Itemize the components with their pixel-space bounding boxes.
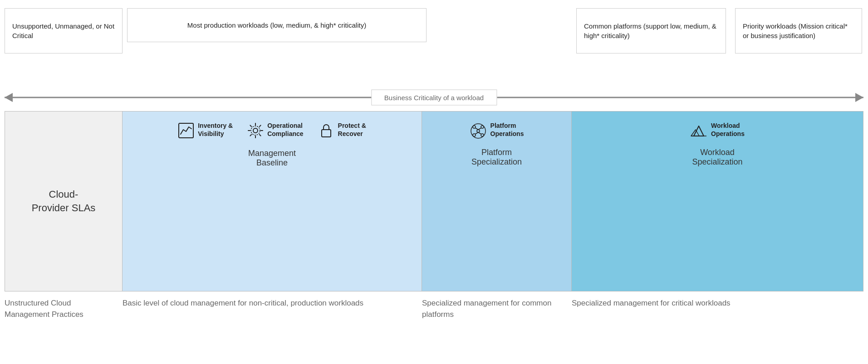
chart-icon [178,122,194,141]
inventory-label: Inventory &Visibility [198,121,233,138]
svg-marker-14 [694,126,704,136]
svg-rect-3 [322,130,331,137]
col-4: WorkloadOperations WorkloadSpecializatio… [572,111,863,364]
top-section: Unsupported, Unmanaged, or Not Critical … [0,0,868,84]
main-and-bottom: Cloud-Provider SLAs Unstructured Cloud M… [0,111,868,364]
col-2-icons-row: Inventory &Visibility OperationalComplia… [123,112,422,145]
arrow-left-head [5,93,13,102]
lock-icon [318,122,334,141]
top-box-1-text: Unsupported, Unmanaged, or Not Critical [12,21,115,40]
workload-ops-label: WorkloadOperations [711,121,745,138]
col-4-subtitle-text: WorkloadSpecialization [692,148,742,166]
top-box-4: Priority workloads (Mission critical* or… [735,8,862,53]
col-3-bottom-text: Specialized management for common platfo… [422,299,551,319]
col-1-title: Cloud-Provider SLAs [32,188,96,214]
protect-recover-item: Protect &Recover [318,121,366,141]
col-2-bottom: Basic level of cloud management for non-… [123,291,422,364]
svg-line-11 [478,128,481,130]
svg-point-2 [251,126,260,135]
platform-ops-label: PlatformOperations [490,121,524,138]
svg-line-10 [475,128,478,130]
arrow-label-box: Business Criticality of a workload [371,90,497,106]
workload-ops-icon [690,122,707,141]
col-1-bottom: Unstructured Cloud Management Practices [5,291,123,364]
top-box-1: Unsupported, Unmanaged, or Not Critical [5,8,123,53]
col-4-upper: WorkloadOperations WorkloadSpecializatio… [572,111,863,291]
top-box-4-text: Priority workloads (Mission critical* or… [743,21,854,40]
col-1-upper: Cloud-Provider SLAs [5,111,123,291]
col-4-subtitle: WorkloadSpecialization [687,146,747,174]
col-3-subtitle-text: PlatformSpecialization [471,148,522,166]
col-4-bottom-text: Specialized management for critical work… [572,299,731,307]
svg-point-5 [477,130,480,132]
arrow-label: Business Criticality of a workload [384,94,484,102]
platform-ops-icon [470,122,487,141]
col-3: PlatformOperations PlatformSpecializatio… [422,111,572,364]
gear-icon [247,122,264,141]
col-3-bottom: Specialized management for common platfo… [422,291,572,364]
operational-compliance-item: OperationalCompliance [247,121,303,141]
top-box-3-text: Common platforms (support low, medium, &… [584,21,718,40]
svg-point-1 [253,128,258,133]
col-2-subtitle-text: ManagementBaseline [248,149,296,167]
svg-line-12 [475,132,478,134]
col-1: Cloud-Provider SLAs Unstructured Cloud M… [5,111,123,364]
col-2-upper: Inventory &Visibility OperationalComplia… [123,111,422,291]
protect-label: Protect &Recover [338,121,366,138]
svg-line-13 [478,132,481,134]
col-3-upper: PlatformOperations PlatformSpecializatio… [422,111,572,291]
arrow-row: Business Criticality of a workload [0,84,868,111]
col-3-subtitle: PlatformSpecialization [467,146,526,174]
top-box-2-text: Most production workloads (low, medium, … [187,20,366,30]
col-4-bottom: Specialized management for critical work… [572,291,863,364]
col-2-bottom-text: Basic level of cloud management for non-… [123,299,363,307]
col-1-bottom-text: Unstructured Cloud Management Practices [5,299,83,319]
col-2: Inventory &Visibility OperationalComplia… [123,111,422,364]
diagram-container: Unsupported, Unmanaged, or Not Critical … [0,0,868,364]
col-2-subtitle: ManagementBaseline [248,145,296,177]
top-box-2: Most production workloads (low, medium, … [127,8,427,42]
platform-ops-item: PlatformOperations [462,112,531,146]
inventory-visibility-item: Inventory &Visibility [178,121,233,141]
top-box-3: Common platforms (support low, medium, &… [576,8,726,53]
compliance-label: OperationalCompliance [267,121,303,138]
workload-ops-item: WorkloadOperations [683,112,752,146]
svg-rect-0 [179,123,193,138]
arrow-right-head [855,93,863,102]
